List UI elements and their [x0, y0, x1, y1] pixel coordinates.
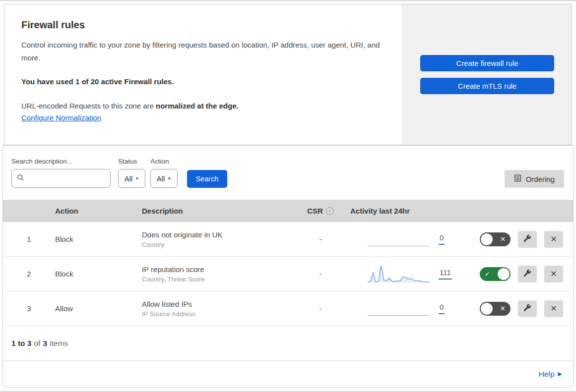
rule-fields: Country, Threat Score — [142, 276, 298, 283]
page-top-divider — [0, 0, 576, 1]
create-firewall-rule-button[interactable]: Create firewall rule — [420, 55, 554, 71]
activity-count-link[interactable]: 0 — [439, 233, 445, 245]
rule-description-cell: IP reputation score Country, Threat Scor… — [142, 265, 298, 283]
sparkline-flat-line — [368, 246, 430, 246]
rule-priority: 3 — [3, 304, 55, 313]
sparkline-flat-line — [368, 315, 430, 316]
rule-fields: IP Source Address — [142, 310, 298, 318]
wrench-icon — [523, 304, 531, 313]
rule-action: Block — [55, 235, 142, 243]
toggle-state-icon: ✓ — [481, 270, 494, 278]
status-dropdown[interactable]: All▼ — [118, 169, 145, 188]
delete-rule-button[interactable]: ✕ — [544, 231, 563, 248]
items-label: items — [50, 339, 68, 348]
rule-description-cell: Does not originate in UK Country — [142, 230, 298, 248]
ordering-button-label: Ordering — [526, 175, 555, 183]
items-total: 3 — [43, 339, 47, 347]
rule-fields: Country — [142, 241, 298, 248]
rule-activity-cell: 111 — [343, 264, 459, 284]
action-dropdown[interactable]: All▼ — [150, 169, 178, 188]
table-row: 3 Allow Allow listed IPs IP Source Addre… — [3, 291, 573, 326]
activity-sparkline — [368, 264, 430, 284]
wrench-icon — [523, 234, 531, 244]
ordering-button[interactable]: Ordering — [505, 170, 564, 188]
csr-column-header: CSR i — [298, 207, 343, 215]
firewall-rules-page: Firewall rules Control incoming traffic … — [0, 0, 576, 392]
edit-rule-button[interactable] — [518, 231, 537, 248]
status-label: Status — [118, 158, 150, 165]
status-filter-group: Status All▼ — [118, 158, 150, 188]
header-actions-panel: Create firewall rule Create mTLS rule — [402, 4, 572, 145]
wrench-icon — [523, 269, 531, 279]
normalization-note: URL-encoded Requests to this zone are no… — [21, 100, 383, 112]
pagination-summary: 1 to 3 of 3 items — [3, 326, 573, 361]
edit-rule-button[interactable] — [518, 300, 537, 317]
table-row: 1 Block Does not originate in UK Country… — [3, 222, 573, 257]
rule-enabled-toggle[interactable]: ✕ — [480, 232, 511, 246]
action-label: Action — [150, 158, 183, 165]
search-button[interactable]: Search — [187, 170, 227, 188]
help-link-label: Help — [539, 370, 555, 379]
header-card: Firewall rules Control incoming traffic … — [4, 4, 572, 145]
rules-list-card: Search description... Status All▼ Action… — [2, 145, 574, 388]
chevron-down-icon: ▼ — [167, 176, 171, 181]
toggle-state-icon: ✕ — [496, 235, 510, 243]
rule-activity-cell: 0 — [343, 299, 459, 319]
delete-rule-button[interactable]: ✕ — [544, 300, 563, 317]
configure-normalization-link[interactable]: Configure Normalization — [21, 113, 101, 122]
rule-description: Does not originate in UK — [142, 230, 298, 239]
action-value: All — [157, 174, 165, 183]
rule-description: IP reputation score — [142, 265, 298, 274]
action-column-header: Action — [55, 207, 142, 215]
help-row: Help ▶ — [3, 361, 573, 387]
search-label: Search description... — [11, 158, 118, 165]
activity-column-header: Activity last 24hr — [343, 207, 459, 215]
search-input-box[interactable] — [11, 169, 111, 188]
edit-rule-button[interactable] — [518, 266, 537, 282]
rule-action: Allow — [55, 304, 142, 313]
rule-description: Allow listed IPs — [142, 300, 298, 308]
table-header: Action Description CSR i Activity last 2… — [3, 200, 573, 222]
activity-count-link[interactable]: 111 — [439, 268, 452, 280]
toggle-knob — [481, 233, 493, 245]
action-filter-group: Action All▼ — [150, 158, 183, 188]
usage-summary: You have used 1 of 20 active Firewall ru… — [21, 77, 383, 86]
normalization-bold: normalized at the edge. — [156, 102, 239, 110]
rule-csr: - — [298, 235, 343, 243]
status-value: All — [125, 174, 133, 183]
create-mtls-rule-button[interactable]: Create mTLS rule — [420, 78, 554, 94]
table-row: 2 Block IP reputation score Country, Thr… — [3, 257, 573, 291]
header-text-section: Firewall rules Control incoming traffic … — [4, 4, 402, 145]
close-icon: ✕ — [550, 269, 557, 279]
rule-csr: - — [298, 270, 343, 278]
info-icon[interactable]: i — [326, 207, 334, 215]
activity-sparkline — [368, 229, 430, 249]
search-input[interactable] — [28, 174, 105, 182]
rule-action: Block — [55, 270, 142, 278]
items-range: 1 to 3 — [11, 339, 31, 347]
rule-csr: - — [298, 304, 343, 313]
search-icon — [17, 174, 24, 183]
chevron-down-icon: ▼ — [135, 176, 139, 181]
rule-controls: ✕ ✕ — [459, 231, 573, 248]
rule-priority: 2 — [3, 270, 55, 278]
help-arrow-icon: ▶ — [558, 371, 562, 377]
toggle-knob — [498, 268, 510, 280]
rule-activity-cell: 0 — [343, 229, 459, 249]
page-title: Firewall rules — [21, 19, 383, 31]
rule-priority: 1 — [3, 235, 55, 243]
filter-bar: Search description... Status All▼ Action… — [3, 146, 573, 200]
toggle-knob — [481, 303, 493, 315]
rule-controls: ✓ ✕ — [459, 266, 573, 282]
ordering-list-icon — [514, 174, 521, 183]
rule-enabled-toggle[interactable]: ✓ — [480, 267, 511, 281]
rule-controls: ✕ ✕ — [459, 300, 573, 317]
close-icon: ✕ — [550, 304, 557, 313]
activity-count-link[interactable]: 0 — [439, 303, 445, 314]
toggle-state-icon: ✕ — [496, 305, 510, 312]
help-link[interactable]: Help ▶ — [539, 370, 562, 379]
rule-enabled-toggle[interactable]: ✕ — [480, 302, 511, 316]
items-of-text: of — [34, 339, 40, 348]
page-description: Control incoming traffic to your zone by… — [21, 39, 383, 64]
delete-rule-button[interactable]: ✕ — [544, 266, 563, 282]
